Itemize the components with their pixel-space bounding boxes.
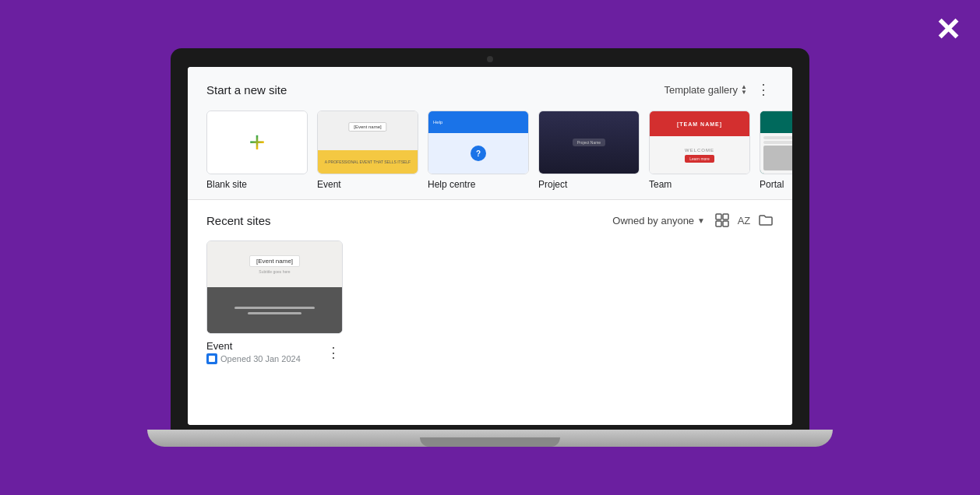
template-event-label: Event	[317, 179, 341, 190]
recent-title: Recent sites	[206, 214, 271, 227]
template-event-thumb: [Event name] A PROFESSIONAL EVENT THAT S…	[317, 111, 418, 174]
sort-az-icon[interactable]: AZ	[736, 212, 752, 228]
site-preview-bar-1	[234, 307, 316, 309]
template-portal-label: Portal	[760, 179, 784, 190]
template-help-thumb: Help ?	[428, 111, 529, 174]
sites-ui: Start a new site Template gallery ▲▼ ⋮	[188, 67, 792, 425]
site-preview-name-badge: [Event name]	[249, 255, 300, 267]
laptop-screen: Start a new site Template gallery ▲▼ ⋮	[188, 67, 792, 425]
folder-icon[interactable]	[758, 212, 774, 228]
team-name-text: [TEAM NAME]	[677, 121, 722, 127]
portal-img-area	[763, 146, 792, 170]
template-project-thumb: Project Name	[538, 111, 640, 174]
template-team-label: Team	[649, 179, 672, 190]
site-preview-bar-2	[248, 312, 301, 314]
team-thumb-inner: [TEAM NAME] WELCOME Learn more	[650, 111, 749, 174]
svg-rect-3	[723, 221, 728, 226]
template-project-label: Project	[538, 179, 567, 190]
portal-body	[760, 133, 792, 174]
template-gallery-button[interactable]: Template gallery ▲▼	[664, 84, 747, 96]
help-body: ?	[428, 133, 528, 174]
google-plus-icon: +	[249, 128, 265, 156]
template-team[interactable]: [TEAM NAME] WELCOME Learn more Team	[649, 111, 750, 190]
team-welcome: WELCOME Learn more	[650, 136, 749, 174]
more-options-icon[interactable]: ⋮	[753, 79, 774, 100]
site-card-footer: Event Opened 30 Jan 2024 ⋮	[206, 340, 343, 364]
owned-by-filter[interactable]: Owned by anyone ▼	[612, 215, 705, 226]
event-thumb-inner: [Event name] A PROFESSIONAL EVENT THAT S…	[318, 111, 418, 174]
owned-by-arrow-icon: ▼	[697, 216, 705, 225]
recent-header: Recent sites Owned by anyone ▼	[206, 212, 774, 228]
project-thumb-inner: Project Name	[539, 111, 639, 174]
team-header-bar: [TEAM NAME]	[650, 111, 749, 136]
site-preview-bottom	[207, 287, 342, 333]
team-welcome-text: WELCOME	[685, 148, 714, 153]
template-team-thumb: [TEAM NAME] WELCOME Learn more	[649, 111, 750, 174]
new-site-section: Start a new site Template gallery ▲▼ ⋮	[188, 67, 792, 200]
template-event[interactable]: [Event name] A PROFESSIONAL EVENT THAT S…	[317, 111, 418, 190]
site-card-event-thumb: [Event name] Subtitle goes here	[206, 240, 343, 334]
recent-section: Recent sites Owned by anyone ▼	[188, 200, 792, 425]
event-thumb-top: [Event name]	[318, 111, 418, 150]
portal-bar-1	[763, 136, 792, 139]
laptop-base	[147, 430, 833, 447]
project-badge: Project Name	[573, 139, 605, 146]
template-portal[interactable]: Portal Portal	[760, 111, 792, 190]
site-card-event[interactable]: [Event name] Subtitle goes here	[206, 240, 343, 364]
site-card-info: Event Opened 30 Jan 2024	[206, 340, 301, 364]
new-site-header: Start a new site Template gallery ▲▼ ⋮	[206, 79, 774, 100]
grid-view-icon[interactable]	[714, 212, 730, 228]
template-blank[interactable]: + Blank site	[206, 111, 308, 190]
new-site-actions: Template gallery ▲▼ ⋮	[664, 79, 774, 100]
template-help-label: Help centre	[428, 179, 475, 190]
portal-thumb-inner: Portal	[760, 111, 792, 174]
template-gallery-label: Template gallery	[664, 84, 738, 96]
laptop-frame: Start a new site Template gallery ▲▼ ⋮	[171, 48, 809, 447]
portal-header: Portal	[760, 111, 792, 133]
x-logo: ✕	[935, 14, 958, 45]
template-help[interactable]: Help ? Help centre	[428, 111, 529, 190]
template-project[interactable]: Project Name Project	[538, 111, 640, 190]
view-icons: AZ	[714, 212, 774, 228]
owned-by-label: Owned by anyone	[612, 215, 694, 226]
svg-rect-1	[723, 214, 728, 219]
event-name-badge: [Event name]	[348, 122, 386, 132]
site-card-date: Opened 30 Jan 2024	[220, 354, 301, 363]
svg-rect-0	[716, 214, 721, 219]
event-yellow-text: A PROFESSIONAL EVENT THAT SELLS ITSELF	[325, 160, 411, 165]
event-thumb-bottom: A PROFESSIONAL EVENT THAT SELLS ITSELF	[318, 150, 418, 174]
help-bar-text: Help	[433, 120, 442, 125]
site-icon-inner	[209, 356, 215, 362]
site-card-event-preview: [Event name] Subtitle goes here	[207, 241, 342, 333]
sites-grid: [Event name] Subtitle goes here	[206, 240, 774, 364]
svg-rect-2	[716, 221, 721, 226]
team-cta-button: Learn more	[685, 155, 714, 163]
site-card-meta: Opened 30 Jan 2024	[206, 353, 301, 364]
sort-updown-icon: ▲▼	[741, 84, 747, 95]
new-site-title: Start a new site	[206, 83, 287, 97]
project-thumb-img: Project Name	[539, 111, 639, 174]
site-sites-icon	[206, 353, 217, 364]
help-thumb-inner: Help ?	[428, 111, 528, 174]
site-preview-sub: Subtitle goes here	[259, 269, 290, 274]
template-portal-thumb: Portal	[760, 111, 792, 174]
laptop-bezel: Start a new site Template gallery ▲▼ ⋮	[171, 48, 809, 430]
template-blank-label: Blank site	[206, 179, 247, 190]
site-card-name: Event	[206, 340, 301, 352]
recent-controls: Owned by anyone ▼	[612, 212, 774, 228]
laptop-camera	[487, 56, 493, 62]
template-blank-thumb: +	[206, 111, 308, 174]
templates-row: + Blank site [Event name]	[206, 111, 774, 190]
blank-thumb-inner: +	[207, 111, 307, 174]
site-preview-top: [Event name] Subtitle goes here	[207, 241, 342, 287]
portal-bar-2	[763, 141, 792, 144]
help-circle-icon: ?	[471, 146, 486, 161]
help-blue-bar: Help	[428, 111, 528, 133]
site-card-more-icon[interactable]: ⋮	[324, 343, 343, 362]
